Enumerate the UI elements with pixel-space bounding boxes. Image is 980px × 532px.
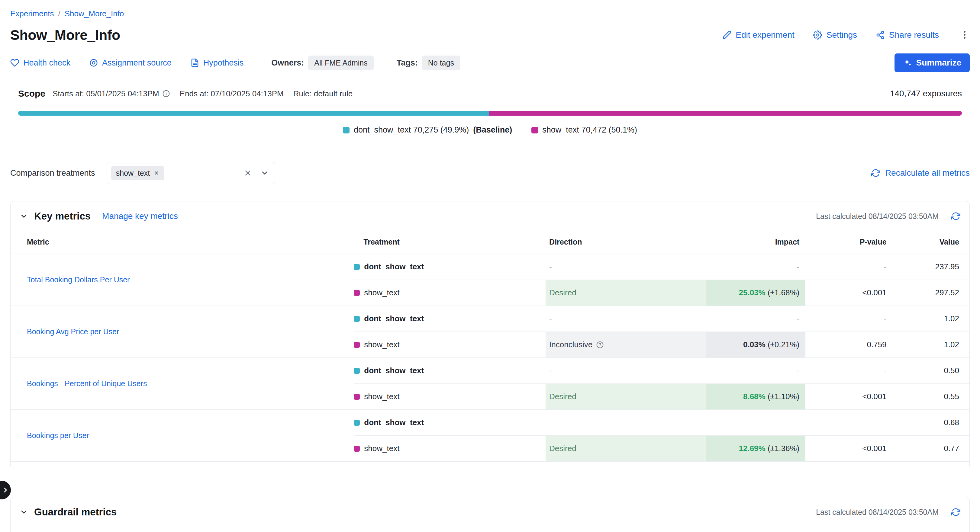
guardrail-metrics-card: Guardrail metrics Last calculated 08/14/… <box>10 497 970 532</box>
direction-cell: - <box>546 358 706 384</box>
column-header-metric: Metric <box>11 526 354 532</box>
column-header-treatment: Treatment <box>354 230 546 254</box>
comparison-treatments-select[interactable]: show_text <box>107 162 275 184</box>
treatment-swatch <box>354 420 360 426</box>
collapse-section-chevron-icon[interactable] <box>20 508 28 516</box>
direction-cell: - <box>546 306 706 332</box>
impact-cell: - <box>706 358 805 384</box>
column-header-impact: Impact <box>706 230 805 254</box>
metric-link[interactable]: Total Booking Dollars Per User <box>27 275 130 284</box>
edit-experiment-button[interactable]: Edit experiment <box>722 30 794 40</box>
metric-group: Total Booking Dollars Per User dont_show… <box>11 254 969 306</box>
refresh-metrics-button[interactable] <box>951 508 960 517</box>
table-row: Booking Avg Price per User dont_show_tex… <box>11 306 969 332</box>
direction-cell: Desired <box>546 436 706 462</box>
table-row: Bookings per User dont_show_text - - - 0… <box>11 410 969 436</box>
select-clear-icon[interactable] <box>243 169 252 177</box>
impact-cell: - <box>706 410 805 436</box>
collapse-section-chevron-icon[interactable] <box>20 212 28 221</box>
allocation-segment-baseline <box>18 111 489 116</box>
value-cell: 297.52 <box>896 280 969 306</box>
column-header-value: Value <box>896 230 969 254</box>
guardrail-metrics-header: Guardrail metrics Last calculated 08/14/… <box>11 497 969 526</box>
impact-cell: - <box>706 306 805 332</box>
comparison-treatments-label: Comparison treatments <box>10 168 95 178</box>
value-cell: 0.50 <box>896 358 969 384</box>
treatment-swatch <box>354 342 360 348</box>
scope-ends-at: Ends at: 07/10/2025 04:13PM <box>180 89 284 98</box>
metric-group: Bookings per User dont_show_text - - - 0… <box>11 410 969 462</box>
share-results-button[interactable]: Share results <box>876 30 939 40</box>
chevron-right-icon <box>2 486 10 494</box>
settings-label: Settings <box>827 30 857 40</box>
direction-cell: Inconclusive <box>546 332 706 358</box>
selected-treatment-chip[interactable]: show_text <box>111 166 165 180</box>
pvalue-cell: <0.001 <box>805 280 896 306</box>
metric-group: Bookings - Percent of Unique Users dont_… <box>11 358 969 410</box>
settings-button[interactable]: Settings <box>813 30 857 40</box>
table-row: Total Booking Dollars Per User dont_show… <box>11 254 969 280</box>
treatment-swatch <box>354 446 360 452</box>
health-check-link[interactable]: Health check <box>10 58 70 68</box>
legend-label: dont_show_text 70,275 (49.9%) <box>354 125 469 135</box>
treatment-name: show_text <box>364 288 399 297</box>
manage-key-metrics-link[interactable]: Manage key metrics <box>102 211 178 221</box>
table-header-row: Metric Treatment Direction Impact P-valu… <box>11 526 969 532</box>
comparison-treatments-row: Comparison treatments show_text Recalcul… <box>10 162 970 184</box>
value-cell: 1.02 <box>896 306 969 332</box>
metric-link[interactable]: Bookings per User <box>27 431 89 440</box>
heart-icon <box>10 58 19 67</box>
key-metrics-card: Key metrics Manage key metrics Last calc… <box>10 201 970 469</box>
treatment-swatch <box>354 290 360 296</box>
assignment-source-link[interactable]: Assignment source <box>89 58 172 68</box>
metric-link[interactable]: Bookings - Percent of Unique Users <box>27 379 147 387</box>
guardrail-metrics-table: Metric Treatment Direction Impact P-valu… <box>11 526 969 532</box>
column-header-direction: Direction <box>546 230 706 254</box>
health-check-label: Health check <box>23 58 70 68</box>
pvalue-cell: - <box>805 358 896 384</box>
share-results-label: Share results <box>889 30 939 40</box>
treatment-swatch <box>354 394 360 400</box>
treatment-name: show_text <box>364 392 399 401</box>
scope-section: Scope Starts at: 05/01/2025 04:13PM Ends… <box>10 89 970 135</box>
breadcrumb-separator: / <box>58 9 60 18</box>
treatment-swatch <box>354 368 360 374</box>
legend-item-baseline: dont_show_text 70,275 (49.9%) (Baseline) <box>343 125 512 135</box>
table-row: Bookings - Percent of Unique Users dont_… <box>11 358 969 384</box>
chevron-down-icon[interactable] <box>260 169 269 177</box>
refresh-metrics-button[interactable] <box>951 212 960 221</box>
info-icon[interactable] <box>162 90 170 97</box>
direction-cell: Desired <box>546 280 706 306</box>
tags-badge: No tags <box>422 56 460 70</box>
gear-icon <box>813 30 822 40</box>
impact-cell: 8.68% (±1.10%) <box>706 384 805 410</box>
sparkle-icon <box>903 58 912 67</box>
impact-cell: 25.03% (±1.68%) <box>706 280 805 306</box>
baseline-tag: (Baseline) <box>473 125 512 135</box>
impact-cell: 0.03% (±0.21%) <box>706 332 805 358</box>
hypothesis-link[interactable]: Hypothesis <box>190 58 244 68</box>
title-actions: Edit experiment Settings Share results <box>722 30 970 41</box>
breadcrumb-experiments-link[interactable]: Experiments <box>10 9 54 18</box>
legend-swatch-baseline <box>343 127 350 133</box>
breadcrumb-current-link[interactable]: Show_More_Info <box>65 9 124 18</box>
column-header-metric: Metric <box>11 230 354 254</box>
more-menu-button[interactable] <box>959 30 970 41</box>
hypothesis-label: Hypothesis <box>203 58 244 68</box>
recalculate-label: Recalculate all metrics <box>885 168 970 178</box>
scope-rule: Rule: default rule <box>293 89 353 98</box>
key-metrics-header: Key metrics Manage key metrics Last calc… <box>11 202 969 230</box>
exposures-count: 140,747 exposures <box>890 89 962 98</box>
last-calculated-text: Last calculated 08/14/2025 03:50AM <box>816 212 939 221</box>
refresh-icon <box>871 168 880 178</box>
pvalue-cell: <0.001 <box>805 384 896 410</box>
chip-remove-icon[interactable] <box>153 170 159 176</box>
metric-link[interactable]: Booking Avg Price per User <box>27 327 119 336</box>
column-header-treatment: Treatment <box>354 526 546 532</box>
recalculate-all-metrics-button[interactable]: Recalculate all metrics <box>871 168 970 178</box>
help-icon[interactable] <box>596 341 604 349</box>
summarize-button[interactable]: Summarize <box>894 54 970 72</box>
owners-badge: All FME Admins <box>308 56 373 70</box>
value-cell: 237.95 <box>896 254 969 280</box>
treatment-swatch <box>354 264 360 270</box>
